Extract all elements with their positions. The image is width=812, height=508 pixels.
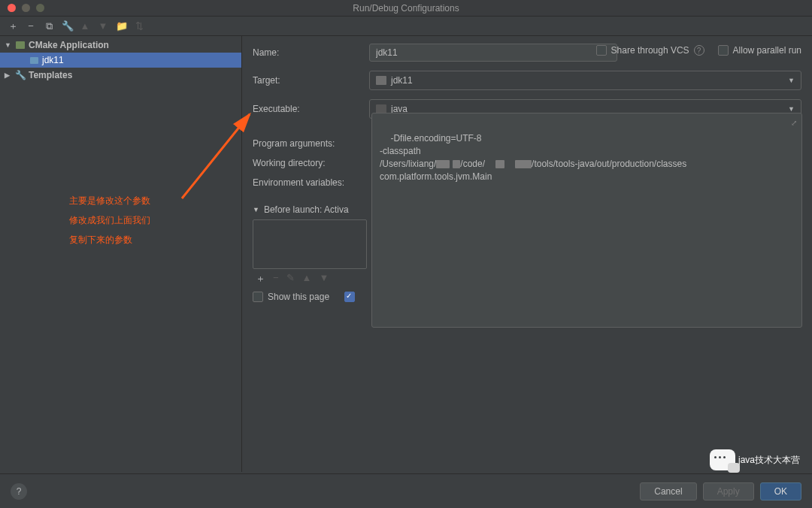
watermark: java技术大本营 (710, 449, 800, 470)
target-icon (376, 76, 386, 85)
annotation-text: 主要是修改这个参数 修改成我们上面我们 复制下来的参数 (69, 191, 150, 249)
target-combo[interactable]: jdk11 ▼ (369, 71, 801, 90)
tree-group-label: CMake Application (29, 40, 109, 50)
before-launch-label: Before launch: Activa (264, 204, 349, 215)
sort-icon: ⇅ (134, 20, 144, 32)
redacted-text (436, 160, 450, 168)
share-vcs-checkbox[interactable] (596, 45, 607, 56)
minimize-window-icon[interactable] (22, 4, 30, 12)
parallel-run-label: Allow parallel run (733, 45, 801, 56)
show-page-checkbox[interactable] (253, 292, 263, 302)
close-window-icon[interactable] (8, 4, 16, 12)
program-arguments-input[interactable]: ⤢-Dfile.encoding=UTF-8 -classpath /Users… (371, 113, 802, 328)
activate-tool-checkbox[interactable] (344, 292, 355, 302)
tree-item-jdk11[interactable]: jdk11 (0, 53, 241, 68)
help-icon[interactable]: ? (694, 45, 704, 56)
apply-button: Apply (703, 482, 754, 500)
add-config-icon[interactable]: ＋ (8, 20, 18, 33)
collapse-icon: ▼ (253, 206, 259, 213)
wrench-icon: 🔧 (15, 70, 26, 80)
config-toolbar: ＋ − ⧉ 🔧 ▲ ▼ 📁 ⇅ (0, 17, 812, 36)
cancel-button[interactable]: Cancel (640, 482, 696, 500)
folder-icon[interactable]: 📁 (116, 20, 126, 32)
name-label: Name: (253, 47, 369, 58)
up-task-icon: ▲ (302, 272, 312, 286)
chevron-down-icon: ▼ (788, 105, 795, 113)
window-controls (0, 4, 44, 12)
dialog-footer: ? Cancel Apply OK (0, 473, 812, 508)
wd-label: Working directory: (253, 158, 369, 168)
add-task-icon[interactable]: ＋ (256, 272, 265, 286)
executable-label: Executable: (253, 104, 369, 114)
target-value: jdk11 (391, 75, 413, 86)
env-label: Environment variables: (253, 177, 369, 188)
chevron-down-icon: ▼ (788, 77, 795, 84)
config-tree: ▼ CMake Application jdk11 ▶ 🔧 Templates (0, 36, 242, 472)
redacted-text (453, 160, 460, 168)
redacted-text (515, 160, 532, 168)
tree-templates-label: Templates (29, 70, 72, 80)
cmake-icon (15, 40, 26, 50)
expand-icon: ▶ (5, 71, 12, 79)
remove-config-icon[interactable]: − (26, 20, 36, 32)
title-bar: Run/Debug Configurations (0, 0, 812, 17)
maximize-window-icon[interactable] (36, 4, 44, 12)
edit-task-icon: ✎ (286, 272, 295, 286)
tree-templates[interactable]: ▶ 🔧 Templates (0, 68, 241, 83)
window-title: Run/Debug Configurations (353, 3, 459, 14)
name-input[interactable] (369, 44, 617, 62)
args-label: Program arguments: (253, 138, 369, 149)
remove-task-icon: − (273, 272, 279, 286)
down-task-icon: ▼ (319, 272, 329, 286)
help-button[interactable]: ? (11, 483, 27, 500)
expand-icon: ▼ (5, 41, 12, 49)
parallel-run-checkbox[interactable] (718, 45, 729, 56)
target-label: Target: (253, 75, 369, 86)
edit-defaults-icon[interactable]: 🔧 (62, 20, 72, 32)
show-page-label: Show this page (268, 292, 329, 302)
config-file-icon (29, 55, 39, 65)
before-launch-list[interactable] (253, 219, 367, 269)
collapse-field-icon[interactable]: ⤢ (791, 116, 797, 129)
share-vcs-label: Share through VCS (611, 45, 689, 56)
tree-item-label: jdk11 (42, 55, 64, 65)
move-up-icon: ▲ (80, 20, 90, 32)
args-text-2: /code/ (460, 159, 485, 169)
tree-group-cmake[interactable]: ▼ CMake Application (0, 38, 241, 53)
redacted-text (495, 160, 504, 168)
watermark-text: java技术大本营 (738, 454, 800, 467)
ok-button[interactable]: OK (760, 482, 801, 500)
move-down-icon: ▼ (98, 20, 108, 32)
wechat-icon (710, 449, 735, 470)
args-text-3: /tools/tools-java/out/production (532, 159, 654, 169)
copy-config-icon[interactable]: ⧉ (44, 20, 54, 32)
